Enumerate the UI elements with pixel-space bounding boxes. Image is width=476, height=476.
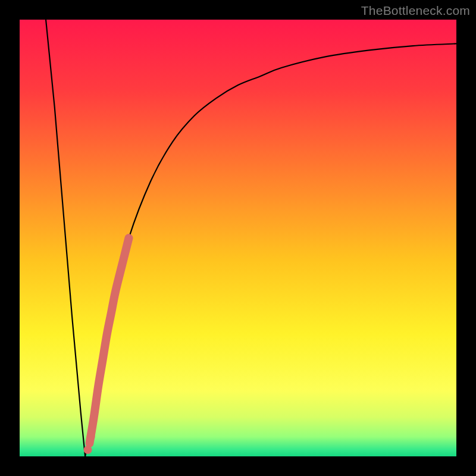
plot-area <box>20 20 456 456</box>
highlight-dot <box>84 446 92 454</box>
watermark-label: TheBottleneck.com <box>361 4 470 18</box>
chart-frame: TheBottleneck.com <box>0 0 476 476</box>
highlight-dot <box>87 433 95 441</box>
bottleneck-chart <box>20 20 456 456</box>
